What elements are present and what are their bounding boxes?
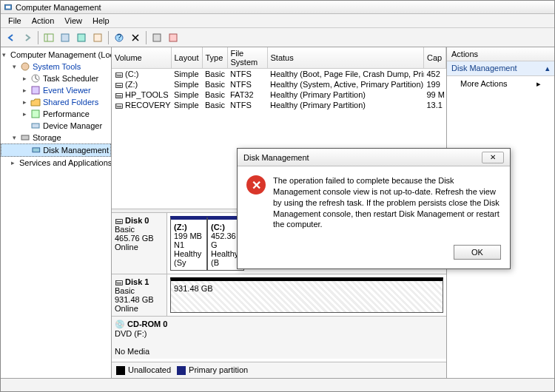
- svg-rect-9: [153, 34, 161, 41]
- ok-button[interactable]: OK: [454, 245, 501, 260]
- disk-row[interactable]: 💿 CD-ROM 0 DVD (F:) No Media: [112, 317, 446, 359]
- menu-help[interactable]: Help: [88, 15, 114, 27]
- cdrom-icon: 💿: [115, 320, 125, 328]
- disk-row[interactable]: 🖴 Disk 1 Basic 931.48 GB Online 931.48 G…: [112, 274, 446, 317]
- svg-rect-6: [94, 34, 101, 41]
- volume-row[interactable]: 🖴 (C:)SimpleBasicNTFSHealthy (Boot, Page…: [112, 69, 446, 80]
- toolbar: ?: [1, 28, 554, 47]
- partition-unallocated[interactable]: 931.48 GB: [170, 277, 443, 313]
- tree-event-viewer[interactable]: ▸Event Viewer: [1, 84, 111, 96]
- svg-rect-2: [44, 34, 53, 41]
- tree-shared-folders[interactable]: ▸Shared Folders: [1, 96, 111, 108]
- tree-root[interactable]: ▾Computer Management (Local: [1, 49, 111, 61]
- tree-task-scheduler[interactable]: ▸Task Scheduler: [1, 72, 111, 84]
- menu-action[interactable]: Action: [27, 15, 59, 27]
- menu-bar: File Action View Help: [1, 14, 554, 28]
- dialog-message: The operation failed to complete because…: [273, 175, 501, 230]
- window-title: Computer Management: [16, 3, 101, 12]
- volume-header-row[interactable]: Volume Layout Type File System Status Ca…: [112, 47, 446, 69]
- svg-rect-10: [169, 34, 177, 41]
- actions-context[interactable]: Disk Management ▴: [447, 61, 554, 76]
- svg-rect-15: [32, 110, 39, 118]
- tree-performance[interactable]: ▸Performance: [1, 108, 111, 120]
- chevron-right-icon: ▸: [536, 79, 541, 89]
- forward-button[interactable]: [20, 30, 35, 45]
- menu-file[interactable]: File: [4, 15, 26, 27]
- navigation-tree[interactable]: ▾Computer Management (Local ▾System Tool…: [1, 47, 112, 378]
- col-layout[interactable]: Layout: [171, 47, 202, 69]
- svg-rect-16: [32, 124, 39, 128]
- collapse-icon[interactable]: ▴: [545, 64, 550, 73]
- dialog-title-bar[interactable]: Disk Management ✕: [238, 149, 510, 166]
- dialog-close-button[interactable]: ✕: [482, 152, 504, 163]
- more-actions[interactable]: More Actions ▸: [447, 76, 554, 92]
- help-button[interactable]: ?: [112, 30, 127, 45]
- svg-rect-1: [6, 5, 10, 8]
- svg-point-12: [21, 63, 29, 70]
- properties-button[interactable]: [58, 30, 73, 45]
- export-button[interactable]: [90, 30, 105, 45]
- svg-rect-4: [61, 34, 69, 41]
- app-icon: [4, 3, 13, 12]
- col-filesystem[interactable]: File System: [227, 47, 267, 69]
- dialog-title: Disk Management: [243, 153, 309, 162]
- tree-disk-management[interactable]: Disk Management: [1, 143, 111, 157]
- legend: Unallocated Primary partition: [112, 362, 446, 378]
- tree-device-manager[interactable]: Device Manager: [1, 120, 111, 132]
- volume-row[interactable]: 🖴 HP_TOOLS (E:)SimpleBasicFAT32Healthy (…: [112, 89, 446, 100]
- error-dialog: Disk Management ✕ ✕ The operation failed…: [237, 148, 511, 269]
- back-button[interactable]: [4, 30, 18, 45]
- status-bar: [1, 378, 554, 391]
- svg-rect-18: [33, 148, 40, 152]
- actions-header: Actions: [447, 47, 554, 61]
- window-title-bar: Computer Management: [1, 1, 554, 14]
- delete-button[interactable]: [128, 30, 143, 45]
- tree-services[interactable]: ▸Services and Applications: [1, 157, 111, 169]
- error-icon: ✕: [246, 175, 266, 195]
- svg-rect-14: [32, 87, 39, 94]
- svg-rect-5: [78, 34, 85, 41]
- svg-rect-17: [21, 135, 29, 140]
- col-status[interactable]: Status: [267, 47, 424, 69]
- col-volume[interactable]: Volume: [112, 47, 171, 69]
- tree-storage[interactable]: ▾Storage: [1, 132, 111, 143]
- disk-label[interactable]: 🖴 Disk 1 Basic 931.48 GB Online: [112, 274, 167, 316]
- disk-icon: 🖴: [115, 216, 123, 225]
- col-type[interactable]: Type: [202, 47, 227, 69]
- col-capacity[interactable]: Cap: [424, 47, 446, 69]
- action-button[interactable]: [166, 30, 181, 45]
- menu-view[interactable]: View: [60, 15, 87, 27]
- refresh-button[interactable]: [74, 30, 89, 45]
- volume-row[interactable]: 🖴 (Z:)SimpleBasicNTFSHealthy (System, Ac…: [112, 79, 446, 89]
- settings-button[interactable]: [149, 30, 164, 45]
- tree-system-tools[interactable]: ▾System Tools: [1, 61, 111, 72]
- volume-row[interactable]: 🖴 RECOVERY (D:)SimpleBasicNTFSHealthy (P…: [112, 100, 446, 110]
- partition[interactable]: (Z:) 199 MB N1 Healthy (Sy: [170, 216, 207, 271]
- disk-icon: 🖴: [115, 277, 123, 286]
- disk-label[interactable]: 💿 CD-ROM 0 DVD (F:) No Media: [112, 317, 446, 359]
- show-hide-tree-button[interactable]: [41, 30, 56, 45]
- disk-label[interactable]: 🖴 Disk 0 Basic 465.76 GB Online: [112, 213, 167, 274]
- svg-text:?: ?: [117, 33, 121, 41]
